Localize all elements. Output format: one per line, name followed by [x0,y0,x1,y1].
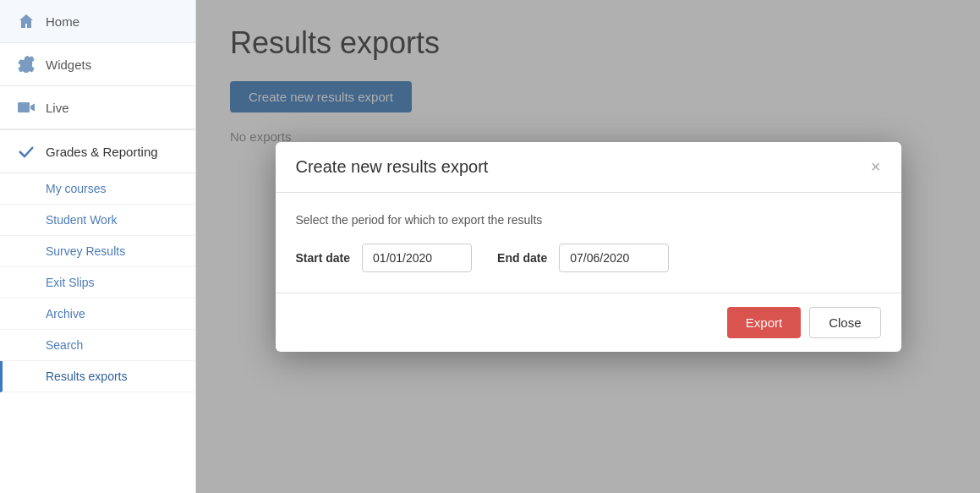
main-content: Results exports Create new results expor… [196,0,980,493]
sidebar: Home Widgets Live Grades & Reporting My … [0,0,196,493]
sidebar-item-home-label: Home [46,14,79,29]
modal-footer: Export Close [276,293,901,352]
start-date-field: Start date [296,244,473,272]
sidebar-item-exit-slips[interactable]: Exit Slips [0,267,195,299]
close-button[interactable]: Close [809,307,880,338]
start-date-input[interactable] [362,244,472,272]
end-date-label: End date [497,251,547,265]
modal-title: Create new results export [296,157,489,177]
end-date-field: End date [497,244,669,272]
sidebar-item-home[interactable]: Home [0,0,195,43]
export-button[interactable]: Export [727,307,801,338]
modal-body: Select the period for which to export th… [276,193,901,293]
sidebar-item-live[interactable]: Live [0,86,195,129]
gear-icon [17,55,36,74]
sidebar-item-my-courses[interactable]: My courses [0,173,195,205]
video-icon [17,98,36,117]
home-icon [17,12,36,30]
sidebar-item-archive[interactable]: Archive [0,299,195,330]
sidebar-item-search[interactable]: Search [0,330,195,361]
end-date-input[interactable] [559,244,669,272]
modal-header: Create new results export × [276,142,901,193]
sidebar-section-grades[interactable]: Grades & Reporting [0,130,195,173]
sidebar-item-student-work[interactable]: Student Work [0,205,195,236]
start-date-label: Start date [296,251,351,265]
modal-close-x-button[interactable]: × [871,158,881,175]
sidebar-item-widgets-label: Widgets [46,58,91,72]
sidebar-item-survey-results[interactable]: Survey Results [0,236,195,267]
sidebar-item-widgets[interactable]: Widgets [0,43,195,86]
modal-instruction: Select the period for which to export th… [296,213,881,227]
sidebar-sub-items: My courses Student Work Survey Results E… [0,173,195,392]
date-row: Start date End date [296,244,881,272]
sidebar-section-label: Grades & Reporting [46,145,158,159]
modal: Create new results export × Select the p… [276,142,901,352]
sidebar-item-results-exports[interactable]: Results exports [0,361,195,392]
checkmark-icon [17,142,36,161]
sidebar-item-live-label: Live [46,101,69,115]
modal-overlay: Create new results export × Select the p… [196,0,980,493]
